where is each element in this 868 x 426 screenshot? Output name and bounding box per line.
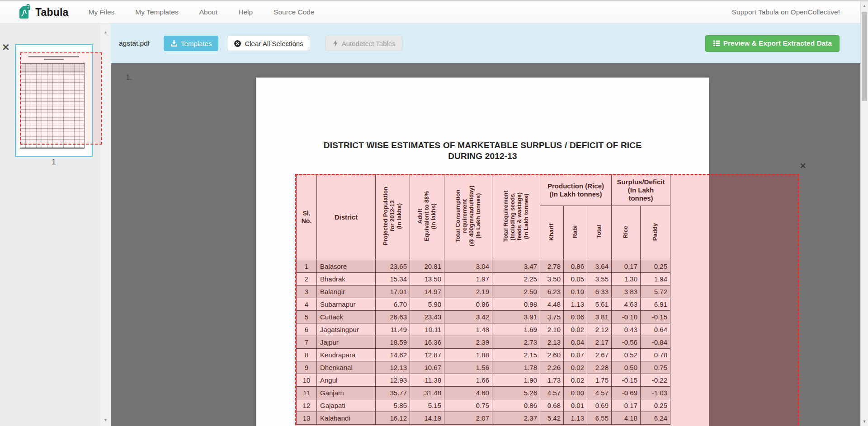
- window-top-edge: [0, 0, 868, 1]
- filename-label: agstat.pdf: [119, 39, 150, 47]
- nav-my-files[interactable]: My Files: [89, 8, 115, 16]
- nav-help[interactable]: Help: [238, 8, 253, 16]
- templates-button[interactable]: Templates: [164, 36, 218, 51]
- table-list-icon: [713, 40, 720, 47]
- workspace: 1. DISTRICT WISE ESTIMATES OF MARKETABLE…: [111, 63, 860, 426]
- brand-link[interactable]: Tabula: [19, 4, 69, 21]
- support-link[interactable]: Support Tabula on OpenCollective!: [732, 8, 840, 16]
- save-template-icon: [170, 40, 178, 47]
- autodetect-tables-label: Autodetect Tables: [342, 40, 396, 47]
- main-panel: agstat.pdf Templates Clear All: [111, 23, 860, 426]
- page-indicator: 1.: [126, 73, 132, 82]
- tabula-app: Tabula My Files My Templates About Help …: [0, 0, 868, 426]
- export-button-label: Preview & Export Extracted Data: [723, 39, 832, 47]
- scrollbar-down-icon[interactable]: ▼: [861, 419, 868, 424]
- nav-my-templates[interactable]: My Templates: [135, 8, 178, 16]
- navbar: Tabula My Files My Templates About Help …: [0, 0, 868, 23]
- nav-about[interactable]: About: [199, 8, 218, 16]
- scroll-up-icon[interactable]: ▲: [100, 30, 111, 34]
- document-title-line2: DURING 2012-13: [256, 151, 709, 162]
- export-button[interactable]: Preview & Export Extracted Data: [705, 35, 840, 52]
- sidebar: ✕ 1 ▲ ▼: [0, 23, 111, 426]
- scroll-down-icon[interactable]: ▼: [100, 418, 111, 422]
- toolbar: agstat.pdf Templates Clear All: [111, 23, 860, 63]
- clear-selections-label: Clear All Selections: [245, 40, 303, 47]
- scrollbar-up-icon[interactable]: ▲: [861, 4, 868, 8]
- selection-close-icon[interactable]: ✕: [800, 162, 806, 170]
- nav-links: My Files My Templates About Help Source …: [89, 8, 315, 16]
- window-scrollbar[interactable]: ▲ ▼: [860, 1, 868, 426]
- clear-selections-button[interactable]: Clear All Selections: [227, 36, 310, 51]
- thumbnail-page-number: 1: [15, 158, 93, 167]
- scrollbar-thumb[interactable]: [862, 12, 867, 101]
- templates-button-label: Templates: [181, 40, 212, 47]
- thumbnail-selection-box: [20, 52, 102, 145]
- thumbnail-close-icon[interactable]: ✕: [2, 42, 10, 52]
- nav-source-code[interactable]: Source Code: [274, 8, 314, 16]
- brand-title: Tabula: [35, 6, 69, 19]
- document-title-line1: DISTRICT WISE ESTIMATES OF MARKETABLE SU…: [256, 140, 709, 151]
- remove-circle-icon: [234, 40, 241, 47]
- selection-box[interactable]: [295, 174, 799, 426]
- document-title: DISTRICT WISE ESTIMATES OF MARKETABLE SU…: [256, 140, 709, 162]
- autodetect-tables-button[interactable]: Autodetect Tables: [326, 36, 402, 51]
- lightning-bolt-icon: [332, 40, 339, 47]
- tabula-logo-icon: [19, 4, 31, 21]
